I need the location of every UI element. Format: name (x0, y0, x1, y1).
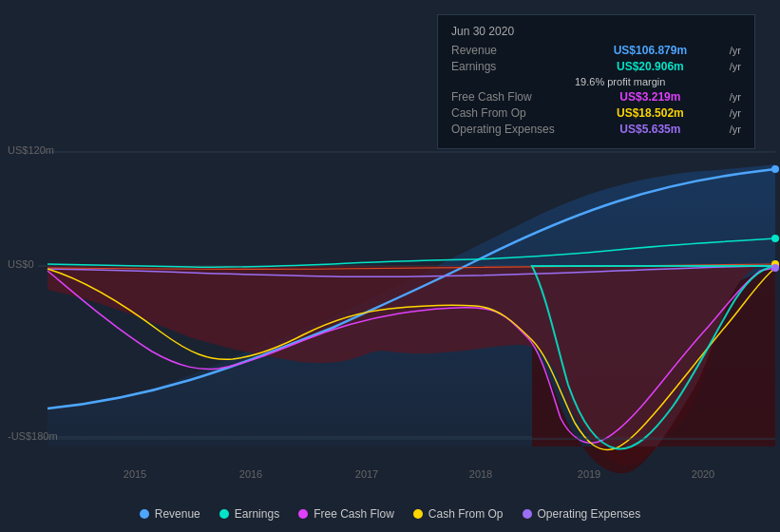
tooltip-earnings-value: US$20.906m (617, 60, 684, 73)
tooltip-opex-period: /yr (730, 124, 741, 135)
x-label-2019: 2019 (578, 468, 600, 480)
tooltip-revenue-label: Revenue (451, 44, 575, 57)
x-label-2018: 2018 (469, 468, 492, 480)
tooltip-revenue-row: Revenue US$106.879m /yr (451, 44, 741, 57)
chart-container: US$120m US$0 -US$180m 2015 2016 2017 201… (0, 0, 780, 532)
tooltip-revenue-value: US$106.879m (614, 44, 687, 57)
tooltip-opex-row: Operating Expenses US$5.635m /yr (451, 123, 741, 136)
legend-earnings[interactable]: Earnings (219, 507, 279, 521)
tooltip-fcf-period: /yr (730, 91, 741, 103)
tooltip-cashfromop-label: Cash From Op (451, 106, 575, 120)
tooltip-fcf-label: Free Cash Flow (451, 90, 575, 104)
tooltip-earnings-label: Earnings (451, 60, 575, 73)
x-label-2016: 2016 (239, 468, 262, 480)
legend-revenue-label: Revenue (155, 507, 200, 521)
tooltip-cashfromop-period: /yr (730, 107, 741, 119)
tooltip-opex-label: Operating Expenses (451, 123, 575, 136)
y-label-bottom: -US$180m (8, 430, 58, 442)
legend-earnings-dot (219, 509, 229, 519)
y-label-mid: US$0 (8, 258, 34, 270)
tooltip-fcf-row: Free Cash Flow US$3.219m /yr (451, 90, 741, 104)
legend-opex-dot (523, 509, 532, 519)
legend-cashfromop-dot (413, 509, 423, 519)
legend-revenue[interactable]: Revenue (140, 507, 200, 521)
tooltip-card: Jun 30 2020 Revenue US$106.879m /yr Earn… (437, 14, 755, 149)
legend-earnings-label: Earnings (235, 507, 279, 521)
legend-fcf-label: Free Cash Flow (314, 507, 394, 521)
legend-cashfromop-label: Cash From Op (428, 507, 504, 521)
tooltip-cashfromop-value: US$18.502m (617, 106, 684, 120)
tooltip-earnings-row: Earnings US$20.906m /yr (451, 60, 741, 73)
tooltip-earnings-period: /yr (730, 61, 741, 72)
x-label-2017: 2017 (355, 468, 378, 480)
chart-legend: Revenue Earnings Free Cash Flow Cash Fro… (0, 507, 780, 521)
tooltip-opex-value: US$5.635m (619, 123, 680, 136)
legend-opex[interactable]: Operating Expenses (523, 507, 641, 521)
tooltip-profit-margin: 19.6% profit margin (451, 76, 741, 87)
svg-point-8 (771, 264, 779, 272)
tooltip-date: Jun 30 2020 (451, 25, 741, 38)
legend-opex-label: Operating Expenses (538, 507, 641, 521)
tooltip-cashfromop-row: Cash From Op US$18.502m /yr (451, 106, 741, 120)
tooltip-fcf-value: US$3.219m (619, 90, 680, 104)
tooltip-revenue-period: /yr (730, 45, 741, 56)
x-label-2015: 2015 (124, 468, 146, 480)
svg-point-4 (771, 165, 779, 173)
legend-fcf[interactable]: Free Cash Flow (298, 507, 394, 521)
y-label-top: US$120m (8, 144, 54, 156)
legend-fcf-dot (298, 509, 308, 519)
legend-cashfromop[interactable]: Cash From Op (413, 507, 504, 521)
svg-point-5 (771, 235, 779, 242)
legend-revenue-dot (140, 509, 149, 519)
x-label-2020: 2020 (692, 468, 714, 480)
